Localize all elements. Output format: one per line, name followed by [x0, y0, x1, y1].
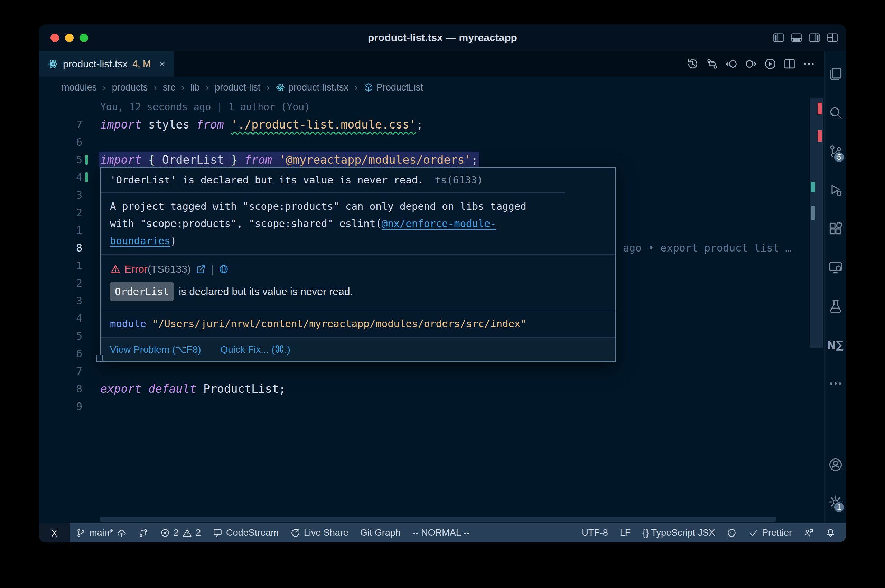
gitlens-blame-header: You, 12 seconds ago | 1 author (You): [39, 98, 809, 116]
statusbar-language[interactable]: {} TypeScript JSX: [636, 524, 721, 542]
activitybar-extensions[interactable]: [825, 209, 846, 248]
breadcrumb-item-lib[interactable]: lib: [191, 82, 200, 93]
error-count: 2: [174, 528, 179, 538]
titlebar-actions: [772, 24, 839, 51]
activitybar-more-views[interactable]: [825, 364, 846, 403]
statusbar-prettier[interactable]: Prettier: [742, 524, 798, 542]
statusbar-encoding[interactable]: UTF-8: [575, 524, 614, 542]
tab-close-button[interactable]: ×: [159, 58, 165, 70]
split-editor-icon[interactable]: [783, 57, 796, 70]
label: main*: [89, 528, 113, 538]
inline-blame-annotation: ago • export product list …: [623, 239, 792, 257]
code-line[interactable]: 5import { OrderList } from '@myreactapp/…: [39, 151, 809, 169]
breadcrumb-separator: ›: [180, 82, 185, 93]
line-number-gutter: 6: [39, 136, 100, 148]
code-line[interactable]: 9: [39, 398, 809, 415]
line-number-gutter: 8: [39, 242, 100, 254]
statusbar-codestream[interactable]: CodeStream: [207, 524, 284, 542]
line-number: 9: [76, 400, 82, 412]
line-number: 3: [76, 295, 82, 307]
horizontal-scrollbar[interactable]: [100, 517, 776, 522]
line-number: 7: [76, 365, 82, 377]
debug-icon: [828, 182, 843, 198]
error-detail-row: OrderList is declared but its value is n…: [101, 279, 615, 309]
compare-changes-icon[interactable]: [706, 57, 719, 70]
codestream-icon: [213, 528, 222, 538]
statusbar-feedback[interactable]: [798, 524, 820, 542]
statusbar-notifications[interactable]: [820, 524, 841, 542]
globe-icon[interactable]: [218, 264, 229, 274]
statusbar-vim-mode[interactable]: -- NORMAL --: [407, 524, 475, 542]
breadcrumb-item-product-list-tsx[interactable]: product-list.tsx: [275, 82, 349, 93]
breadcrumb-separator: ›: [102, 82, 107, 93]
line-number-gutter: 3: [39, 189, 100, 201]
vertical-scrollbar[interactable]: [810, 98, 823, 348]
statusbar-github[interactable]: [721, 524, 742, 542]
live-share-icon: [290, 528, 301, 538]
activitybar-nx-console[interactable]: N∑: [825, 326, 846, 364]
previous-change-icon[interactable]: [725, 57, 738, 70]
next-change-icon[interactable]: [744, 57, 757, 70]
activitybar-run-debug[interactable]: [825, 171, 846, 209]
code-line[interactable]: 6: [39, 134, 809, 151]
code-line[interactable]: 7import styles from './product-list.modu…: [39, 116, 809, 134]
line-number-gutter: 1: [39, 224, 100, 236]
toggle-secondary-sidebar-icon[interactable]: [808, 32, 821, 44]
line-number-gutter: 5: [39, 154, 100, 166]
run-icon[interactable]: [764, 57, 777, 70]
titlebar: product-list.tsx — myreactapp: [39, 24, 846, 51]
toggle-primary-sidebar-icon[interactable]: [772, 32, 785, 44]
quick-fix-button[interactable]: Quick Fix... (⌘.): [221, 343, 290, 357]
activitybar-remote-explorer[interactable]: [825, 248, 846, 287]
timeline-icon[interactable]: [686, 57, 699, 70]
activitybar-accounts[interactable]: [825, 446, 846, 483]
customize-layout-icon[interactable]: [826, 32, 839, 44]
popup-resize-grip[interactable]: [96, 355, 103, 362]
line-number-gutter: 3: [39, 295, 100, 307]
activitybar-settings[interactable]: 1: [825, 483, 846, 520]
statusbar-live-share[interactable]: Live Share: [284, 524, 355, 542]
statusbar-compare[interactable]: [132, 524, 154, 542]
more-actions-icon[interactable]: [802, 57, 816, 70]
breadcrumb-item-product-list[interactable]: product-list: [215, 82, 260, 93]
breadcrumb-item-src[interactable]: src: [163, 82, 175, 93]
activity-bar: 5N∑ 1: [824, 51, 846, 524]
code-editor[interactable]: You, 12 seconds ago | 1 author (You)7imp…: [39, 98, 824, 524]
tab-product-list[interactable]: product-list.tsx 4, M ×: [39, 51, 174, 77]
code-line[interactable]: 8export default ProductList;: [39, 380, 809, 398]
hover-diagnostics-popup: 'OrderList' is declared but its value is…: [100, 167, 616, 362]
activitybar-source-control[interactable]: 5: [825, 132, 846, 171]
label: Live Share: [304, 528, 349, 538]
breadcrumb-item-modules[interactable]: modules: [62, 82, 97, 93]
statusbar-problems[interactable]: 22: [154, 524, 207, 542]
view-problem-button[interactable]: View Problem (⌥F8): [110, 343, 201, 357]
line-number: 4: [76, 171, 82, 183]
breadcrumb-separator: ›: [205, 82, 210, 93]
error-code: (TS6133): [147, 261, 191, 278]
extensions-icon: [828, 221, 843, 236]
statusbar-git-graph[interactable]: Git Graph: [355, 524, 407, 542]
line-number: 6: [76, 348, 82, 360]
code-line[interactable]: 7: [39, 362, 809, 380]
symbol-class-icon: [364, 82, 373, 92]
external-link-icon[interactable]: [196, 264, 206, 274]
line-number: 1: [76, 224, 82, 236]
toggle-panel-icon[interactable]: [790, 32, 803, 44]
breadcrumb-item-productlist[interactable]: ProductList: [364, 82, 423, 93]
statusbar-remote[interactable]: [39, 524, 70, 542]
activity-bar-top: 5N∑: [825, 55, 846, 403]
statusbar-branch[interactable]: main*: [70, 524, 132, 542]
line-number: 8: [76, 242, 82, 254]
diagnostic-code: ts(6133): [434, 174, 483, 186]
activitybar-search[interactable]: [825, 93, 846, 132]
activitybar-explorer[interactable]: [825, 55, 846, 93]
label: -- NORMAL --: [412, 528, 469, 538]
line-number-gutter: 7: [39, 118, 100, 130]
separator: |: [211, 261, 213, 278]
eslint-message-suffix: ): [170, 235, 176, 247]
line-number: 7: [76, 118, 82, 130]
activitybar-testing[interactable]: [825, 287, 846, 326]
statusbar-eol[interactable]: LF: [614, 524, 637, 542]
error-marker: [817, 103, 822, 114]
breadcrumb-item-products[interactable]: products: [112, 82, 148, 93]
